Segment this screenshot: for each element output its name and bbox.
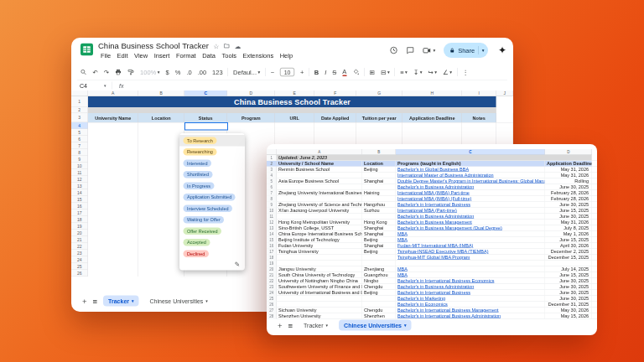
program-link[interactable]: International Master of Business Adminis… bbox=[397, 173, 494, 178]
row-number-3[interactable]: 3 bbox=[71, 113, 88, 122]
program-link[interactable]: Double Degree Master's Program in Intern… bbox=[397, 178, 545, 184]
row-number-1[interactable]: 1 bbox=[71, 96, 88, 107]
dropdown-option-shortlisted[interactable]: Shortlisted bbox=[179, 169, 245, 181]
deadline-cell[interactable]: February 28, 2026 bbox=[545, 196, 592, 202]
sheet-tab-tracker[interactable]: Tracker▾ bbox=[299, 320, 333, 331]
location-cell[interactable] bbox=[362, 184, 396, 190]
row-number-8[interactable]: 8 bbox=[71, 149, 88, 156]
program-cell[interactable]: Bachelor's in Business Management bbox=[396, 220, 545, 225]
row-number-14[interactable]: 14 bbox=[267, 231, 277, 237]
row-number-6[interactable]: 6 bbox=[71, 136, 88, 142]
university-name-cell[interactable]: University of Nottingham Ningbo China bbox=[277, 278, 362, 284]
row-number-11[interactable]: 11 bbox=[71, 169, 88, 176]
university-name-cell[interactable] bbox=[277, 184, 362, 190]
location-cell[interactable]: Beijing bbox=[362, 237, 396, 243]
program-cell[interactable]: Bachelor's in International Business Man… bbox=[396, 308, 545, 313]
text-rotate-icon[interactable]: ∠▾ bbox=[439, 69, 454, 75]
column-header-C[interactable]: C bbox=[184, 90, 227, 96]
deadline-cell[interactable]: July 8, 2025 bbox=[545, 225, 592, 231]
meet-presentation-icon[interactable]: ▾ bbox=[423, 46, 435, 55]
row-number-26[interactable]: 26 bbox=[267, 302, 277, 308]
university-name-cell[interactable]: Zhejiang University of Science and Techn… bbox=[277, 202, 362, 208]
selected-cell-c4[interactable] bbox=[184, 122, 228, 131]
column-header-A[interactable]: A bbox=[277, 149, 362, 155]
vertical-align-icon[interactable]: ↧▾ bbox=[410, 69, 425, 75]
undo-icon[interactable]: ↶ bbox=[90, 69, 101, 75]
university-name-cell[interactable]: Beijing Institute of Technology bbox=[277, 237, 362, 243]
university-name-cell[interactable]: University of International Business and… bbox=[277, 290, 362, 296]
row-number-6[interactable]: 6 bbox=[267, 184, 277, 190]
program-link[interactable]: Bachelor's in Business Management (Dual … bbox=[397, 225, 502, 230]
column-header-J[interactable]: J bbox=[496, 90, 513, 96]
location-cell[interactable]: Beijing bbox=[362, 167, 396, 173]
row-number-18[interactable]: 18 bbox=[267, 255, 277, 261]
university-name-cell[interactable]: Xi'an Jiaotong-Liverpool University bbox=[277, 208, 362, 214]
row-number-21[interactable]: 21 bbox=[267, 272, 277, 278]
program-cell[interactable]: Bachelor's in Economics bbox=[396, 302, 545, 308]
location-cell[interactable]: Beijing bbox=[362, 290, 396, 296]
location-cell[interactable]: Beijing bbox=[362, 249, 396, 255]
zoom-select[interactable]: 100%▾ bbox=[138, 69, 163, 75]
row-number-14[interactable]: 14 bbox=[71, 189, 88, 196]
deadline-cell[interactable]: June 15, 2025 bbox=[545, 272, 592, 278]
deadline-cell[interactable] bbox=[545, 261, 592, 266]
university-name-cell[interactable]: Southwestern University of Finance and E… bbox=[277, 284, 362, 290]
university-name-cell[interactable]: Hong Kong Metropolitan University bbox=[277, 220, 362, 225]
header-cell-program[interactable]: Program bbox=[227, 113, 275, 122]
column-header-C[interactable]: C bbox=[396, 149, 545, 155]
program-link[interactable]: Bachelor's in International Business Man… bbox=[397, 308, 499, 313]
location-cell[interactable]: Guangzhou bbox=[362, 272, 396, 278]
program-cell[interactable]: Bachelor's in International Business bbox=[396, 290, 545, 296]
university-name-cell[interactable] bbox=[277, 302, 362, 308]
deadline-cell[interactable]: June 15, 2025 bbox=[545, 208, 592, 214]
location-cell[interactable]: Zhenjiang bbox=[362, 266, 396, 272]
menu-item-help[interactable]: Help bbox=[278, 52, 295, 59]
font-size-increase[interactable]: + bbox=[297, 69, 306, 75]
menu-item-edit[interactable]: Edit bbox=[115, 52, 131, 59]
row-number-23[interactable]: 23 bbox=[71, 250, 88, 256]
row-number-10[interactable]: 10 bbox=[267, 208, 277, 214]
deadline-cell[interactable]: June 15, 2025 bbox=[545, 237, 592, 243]
row-number-25[interactable]: 25 bbox=[71, 263, 88, 270]
program-cell[interactable]: Bachelor's in International Business Eco… bbox=[396, 278, 545, 284]
font-size-value[interactable]: 10 bbox=[278, 68, 298, 76]
row-number-19[interactable]: 19 bbox=[71, 223, 88, 230]
dropdown-option-to-research[interactable]: To Research bbox=[179, 135, 245, 147]
program-link[interactable]: Bachelor's in Business Administration bbox=[397, 184, 474, 189]
move-folder-icon[interactable] bbox=[224, 43, 231, 49]
dropdown-option-declined[interactable]: Declined bbox=[179, 248, 245, 260]
location-cell[interactable]: Chengdu bbox=[362, 284, 396, 290]
location-cell[interactable] bbox=[362, 255, 396, 261]
column-header-B[interactable]: B bbox=[362, 149, 396, 155]
university-name-cell[interactable]: Sino-British College, USST bbox=[277, 225, 362, 231]
column-header-A[interactable]: A bbox=[88, 90, 138, 96]
program-link[interactable]: Bachelor's in International Business Eco… bbox=[397, 278, 494, 283]
row-number-13[interactable]: 13 bbox=[71, 183, 88, 189]
program-link[interactable]: Bachelor's in Marketing bbox=[397, 296, 445, 301]
font-select[interactable]: Defaul...▾ bbox=[231, 69, 263, 75]
header-cell-application-deadline[interactable]: Application Deadline bbox=[402, 113, 462, 122]
program-link[interactable]: Bachelor's in International Business bbox=[397, 202, 470, 207]
program-link[interactable]: MBA bbox=[397, 237, 408, 242]
program-cell[interactable]: Bachelor's in Global Business BBA bbox=[396, 167, 545, 173]
program-cell[interactable]: Double Degree Master's Program in Intern… bbox=[396, 178, 545, 184]
row-number-5[interactable]: 5 bbox=[71, 129, 88, 136]
row-number-17[interactable]: 17 bbox=[71, 209, 88, 216]
more-icon[interactable]: ⋮ bbox=[460, 69, 472, 75]
menu-item-file[interactable]: File bbox=[98, 52, 113, 59]
university-name-cell[interactable] bbox=[277, 296, 362, 302]
italic-button[interactable]: I bbox=[322, 69, 330, 75]
column-header-D[interactable]: D bbox=[545, 149, 592, 155]
more-formats-button[interactable]: 123 bbox=[210, 69, 226, 75]
row-number-22[interactable]: 22 bbox=[71, 243, 88, 250]
row-number-12[interactable]: 12 bbox=[71, 176, 88, 183]
column-header-D[interactable]: D bbox=[227, 90, 275, 96]
program-link[interactable]: Tsinghua-MIT Global MBA Program bbox=[397, 255, 470, 260]
header-cell-status[interactable]: Status bbox=[184, 113, 227, 122]
fill-color-icon[interactable] bbox=[350, 69, 362, 75]
dropdown-option-waiting-for-offer[interactable]: Waiting for Offer bbox=[179, 215, 245, 226]
program-link[interactable]: International MBA (IMBA) (Full-time) bbox=[397, 196, 471, 201]
location-cell[interactable] bbox=[362, 261, 396, 266]
program-link[interactable]: International MBA (IMBA) Part-time bbox=[397, 190, 470, 195]
merge-cells-icon[interactable]: ⊟▾ bbox=[378, 69, 393, 75]
